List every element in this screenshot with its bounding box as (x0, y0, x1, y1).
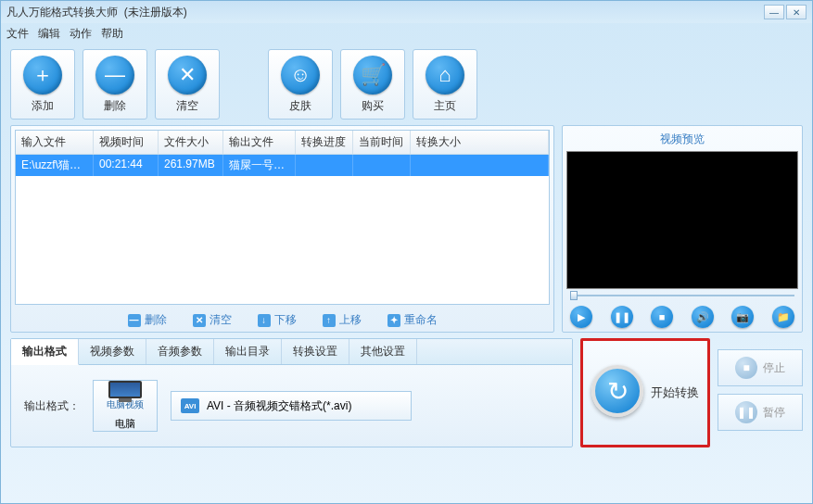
clear-button[interactable]: ✕ 清空 (155, 49, 220, 120)
tab-output-format[interactable]: 输出格式 (11, 339, 79, 365)
tab-output-dir[interactable]: 输出目录 (214, 339, 282, 364)
skin-button[interactable]: ☺ 皮肤 (268, 49, 333, 120)
home-button[interactable]: ⌂ 主页 (413, 49, 477, 120)
smile-icon: ☺ (281, 56, 320, 94)
titlebar: 凡人万能格式转换大师 (未注册版本) — ✕ (1, 1, 812, 23)
tab-other-settings[interactable]: 其他设置 (349, 339, 417, 364)
stop-convert-button[interactable]: ■ 停止 (718, 349, 803, 386)
preview-title: 视频预览 (566, 130, 798, 151)
app-title-suffix: (未注册版本) (124, 5, 187, 20)
play-button[interactable]: ▶ (570, 306, 592, 328)
cart-icon: 🛒 (353, 56, 392, 94)
arrow-down-icon: ↓ (258, 314, 271, 327)
col-vtime[interactable]: 视频时间 (94, 131, 159, 154)
settings-tabs: 输出格式 视频参数 音频参数 输出目录 转换设置 其他设置 (11, 339, 572, 365)
close-button[interactable]: ✕ (786, 5, 807, 19)
volume-button[interactable]: 🔊 (692, 306, 714, 328)
menu-action[interactable]: 动作 (70, 26, 92, 42)
pause-button[interactable]: ❚❚ (611, 306, 633, 328)
menu-help[interactable]: 帮助 (101, 26, 123, 42)
plus-icon: ＋ (23, 56, 62, 94)
x-icon: ✕ (168, 56, 207, 94)
x-icon: ✕ (193, 314, 206, 327)
arrow-circle-icon: ↻ (591, 365, 643, 417)
table-row[interactable]: E:\uzzf\猫屎... 00:21:44 261.97MB 猫屎一号B... (16, 155, 549, 176)
stop-icon: ■ (735, 357, 757, 379)
app-title: 凡人万能格式转换大师 (6, 5, 118, 20)
tab-video-params[interactable]: 视频参数 (79, 339, 146, 364)
file-table: 输入文件 视频时间 文件大小 输出文件 转换进度 当前时间 转换大小 E:\uz… (15, 130, 550, 305)
list-actions: —删除 ✕清空 ↓下移 ↑上移 ✦重命名 (15, 305, 550, 328)
table-header: 输入文件 视频时间 文件大小 输出文件 转换进度 当前时间 转换大小 (16, 131, 549, 155)
home-icon: ⌂ (426, 56, 464, 94)
buy-button[interactable]: 🛒 购买 (340, 49, 405, 120)
output-format-label: 输出格式： (24, 398, 80, 414)
monitor-icon (108, 381, 142, 398)
la-rename[interactable]: ✦重命名 (387, 312, 438, 328)
col-output[interactable]: 输出文件 (223, 131, 296, 154)
device-selector[interactable]: 电脑视频 电脑 (93, 380, 158, 432)
file-list-panel: 输入文件 视频时间 文件大小 输出文件 转换进度 当前时间 转换大小 E:\uz… (10, 125, 554, 333)
start-convert-button[interactable]: ↻ 开始转换 (591, 365, 699, 421)
delete-button[interactable]: — 删除 (83, 49, 147, 120)
table-body[interactable]: E:\uzzf\猫屎... 00:21:44 261.97MB 猫屎一号B... (16, 155, 549, 304)
seek-slider[interactable] (566, 289, 798, 302)
rename-icon: ✦ (387, 314, 400, 327)
menubar: 文件 编辑 动作 帮助 (1, 23, 812, 44)
minus-icon: — (128, 314, 141, 327)
app-window: 凡人万能格式转换大师 (未注册版本) — ✕ 文件 编辑 动作 帮助 ＋ 添加 … (0, 0, 813, 504)
toolbar: ＋ 添加 — 删除 ✕ 清空 ☺ 皮肤 🛒 购买 ⌂ 主页 (1, 44, 812, 125)
col-ctime[interactable]: 当前时间 (353, 131, 411, 154)
tab-content: 输出格式： 电脑视频 电脑 AVI AVI - 音频视频交错格式(*.avi) (11, 365, 572, 447)
stop-button[interactable]: ■ (651, 306, 673, 328)
player-controls: ▶ ❚❚ ■ 🔊 📷 📁 (566, 302, 798, 328)
preview-panel: 视频预览 ▶ ❚❚ ■ 🔊 📷 📁 (562, 125, 803, 333)
avi-icon: AVI (181, 398, 199, 413)
tab-audio-params[interactable]: 音频参数 (146, 339, 214, 364)
side-buttons: ■ 停止 ❚❚ 暂停 (718, 338, 803, 447)
col-osize[interactable]: 转换大小 (411, 131, 549, 154)
settings-panel: 输出格式 视频参数 音频参数 输出目录 转换设置 其他设置 输出格式： 电脑视频… (10, 338, 573, 447)
la-down[interactable]: ↓下移 (258, 312, 297, 328)
col-fsize[interactable]: 文件大小 (159, 131, 223, 154)
add-button[interactable]: ＋ 添加 (10, 49, 75, 120)
preview-video (566, 151, 798, 289)
pause-icon: ❚❚ (735, 401, 757, 423)
pause-convert-button[interactable]: ❚❚ 暂停 (718, 394, 803, 431)
minimize-button[interactable]: — (764, 5, 784, 19)
tab-convert-settings[interactable]: 转换设置 (282, 339, 349, 364)
col-progress[interactable]: 转换进度 (296, 131, 353, 154)
minus-icon: — (95, 56, 134, 94)
menu-edit[interactable]: 编辑 (38, 26, 60, 42)
col-input[interactable]: 输入文件 (16, 131, 94, 154)
la-delete[interactable]: —删除 (128, 312, 167, 328)
menu-file[interactable]: 文件 (6, 26, 29, 42)
codec-selector[interactable]: AVI AVI - 音频视频交错格式(*.avi) (171, 391, 412, 421)
folder-button[interactable]: 📁 (772, 306, 794, 328)
snapshot-button[interactable]: 📷 (731, 306, 754, 328)
start-convert-box: ↻ 开始转换 (580, 338, 710, 447)
arrow-up-icon: ↑ (323, 314, 336, 327)
slider-thumb[interactable] (570, 291, 578, 300)
la-clear[interactable]: ✕清空 (193, 312, 232, 328)
la-up[interactable]: ↑上移 (323, 312, 362, 328)
